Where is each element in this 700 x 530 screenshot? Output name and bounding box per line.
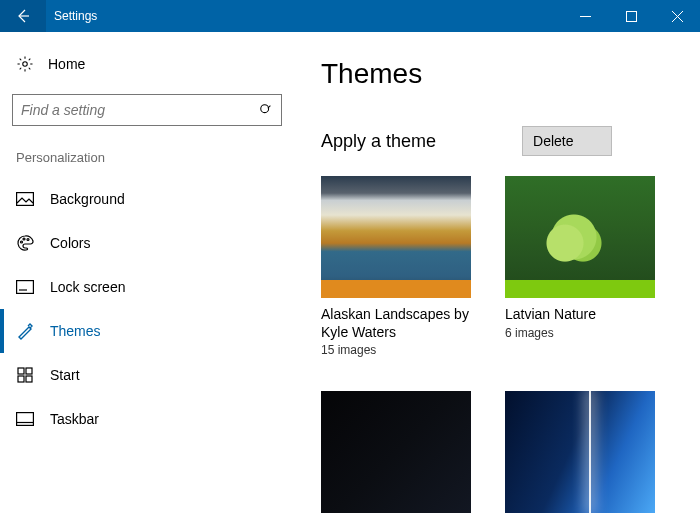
window-title: Settings [46, 9, 97, 23]
theme-card[interactable]: Latvian Nature 6 images [505, 176, 655, 357]
titlebar: Settings [0, 0, 700, 32]
back-button[interactable] [0, 0, 46, 32]
home-button[interactable]: Home [12, 46, 283, 82]
maximize-icon [626, 11, 637, 22]
sidebar: Home Personalization Background Colors [0, 32, 295, 530]
arrow-left-icon [15, 8, 31, 24]
close-button[interactable] [654, 0, 700, 32]
sidebar-item-themes[interactable]: Themes [12, 309, 283, 353]
search-box[interactable] [12, 94, 282, 126]
close-icon [672, 11, 683, 22]
sidebar-item-start[interactable]: Start [12, 353, 283, 397]
theme-subtitle: 15 images [321, 343, 471, 357]
themes-icon [16, 322, 34, 340]
search-input[interactable] [13, 95, 281, 125]
theme-title: Latvian Nature [505, 306, 655, 324]
svg-rect-7 [17, 281, 34, 294]
picture-icon [16, 192, 34, 206]
lockscreen-icon [16, 280, 34, 294]
sidebar-item-taskbar[interactable]: Taskbar [12, 397, 283, 441]
section-label: Personalization [12, 150, 283, 165]
theme-thumbnail [505, 176, 655, 298]
start-icon [16, 367, 34, 383]
svg-point-2 [261, 105, 269, 113]
main-content: Themes Apply a theme Delete Alaskan Land… [295, 32, 700, 530]
delete-button[interactable]: Delete [522, 126, 612, 156]
svg-rect-8 [18, 368, 24, 374]
theme-subtitle: 6 images [505, 326, 655, 340]
sidebar-item-colors[interactable]: Colors [12, 221, 283, 265]
minimize-icon [580, 11, 591, 22]
maximize-button[interactable] [608, 0, 654, 32]
sidebar-item-label: Themes [50, 323, 101, 339]
svg-point-6 [27, 239, 29, 241]
sidebar-item-label: Colors [50, 235, 90, 251]
sidebar-item-label: Taskbar [50, 411, 99, 427]
theme-accent-bar [321, 280, 471, 298]
delete-button-label: Delete [533, 133, 573, 149]
theme-card[interactable]: Alaskan Landscapes by Kyle Waters 15 ima… [321, 176, 471, 357]
svg-rect-10 [18, 376, 24, 382]
theme-accent-bar [505, 280, 655, 298]
gear-icon [16, 55, 34, 73]
svg-point-1 [23, 62, 28, 67]
sidebar-item-label: Lock screen [50, 279, 125, 295]
theme-thumbnail [321, 176, 471, 298]
theme-card[interactable] [505, 391, 655, 513]
svg-rect-11 [26, 376, 32, 382]
palette-icon [16, 234, 34, 252]
apply-theme-heading: Apply a theme [321, 131, 436, 152]
svg-rect-3 [17, 193, 34, 206]
page-title: Themes [321, 58, 700, 90]
svg-rect-0 [626, 11, 636, 21]
theme-title: Alaskan Landscapes by Kyle Waters [321, 306, 471, 341]
minimize-button[interactable] [562, 0, 608, 32]
sidebar-item-lockscreen[interactable]: Lock screen [12, 265, 283, 309]
search-icon [259, 103, 273, 117]
theme-thumbnail [321, 391, 471, 513]
home-label: Home [48, 56, 85, 72]
sidebar-item-background[interactable]: Background [12, 177, 283, 221]
theme-card[interactable] [321, 391, 471, 513]
theme-thumbnail [505, 391, 655, 513]
svg-point-4 [21, 241, 23, 243]
svg-rect-9 [26, 368, 32, 374]
sidebar-item-label: Start [50, 367, 80, 383]
taskbar-icon [16, 412, 34, 426]
svg-point-5 [23, 238, 25, 240]
sidebar-item-label: Background [50, 191, 125, 207]
themes-grid: Alaskan Landscapes by Kyle Waters 15 ima… [321, 176, 700, 513]
svg-rect-12 [17, 413, 34, 426]
